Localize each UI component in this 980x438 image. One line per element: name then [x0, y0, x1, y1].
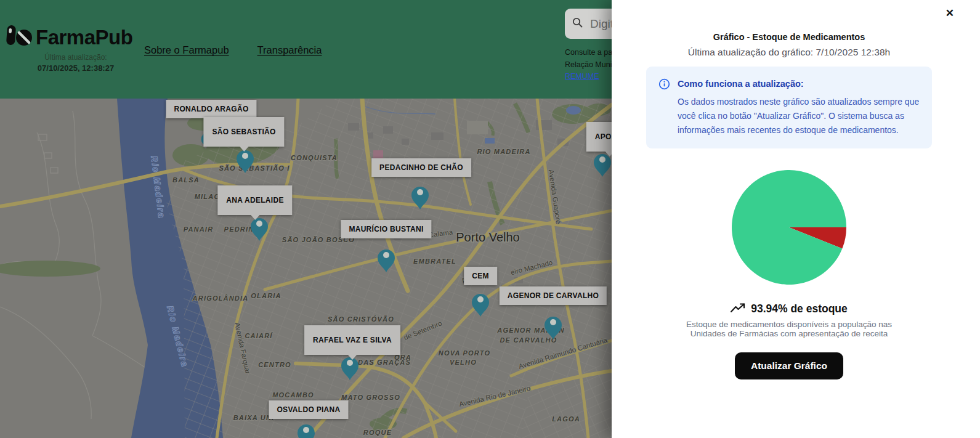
map-building-block [467, 121, 488, 134]
street-label: ARIGOLÂNDIA [192, 294, 249, 302]
street-label: CONQUISTA [291, 154, 338, 161]
main-nav: Sobre o Farmapub Transparência [144, 44, 322, 56]
info-body: Os dados mostrados neste gráfico são atu… [678, 95, 920, 137]
street-label: PANAIR [184, 225, 214, 233]
facility-pin[interactable] [341, 356, 359, 381]
street-label: SÃO CRISTÓVÃO [328, 315, 394, 323]
info-icon [658, 78, 670, 137]
label-pointer [239, 146, 249, 152]
info-box: Como funciona a atualização: Os dados mo… [646, 67, 932, 148]
facility-label[interactable]: OSVALDO PIANA [269, 400, 348, 419]
street-label: ROQUE [363, 429, 392, 436]
remume-note-line2: Relação Munic [565, 59, 617, 71]
facility-label[interactable]: PEDACINHO DE CHÃO [371, 158, 471, 177]
remume-note-line1: Consulte a pad [565, 47, 617, 59]
street-label: CAIARÍ [245, 332, 273, 339]
facility-label[interactable]: MAURÍCIO BUSTANI [341, 220, 431, 238]
close-icon[interactable]: ✕ [942, 7, 958, 19]
remume-link[interactable]: REMUME [565, 72, 599, 81]
nav-link-transparencia[interactable]: Transparência [257, 44, 322, 56]
street-label: NOVA PORTO [439, 349, 490, 357]
street-label: SÃO SEBASTIÃO I [219, 164, 290, 172]
facility-pin[interactable] [250, 217, 269, 241]
facility-pin[interactable] [593, 153, 612, 177]
farmapub-app: FarmaPub Última atualização: 07/10/2025,… [0, 0, 980, 438]
map-base: BALSAMILAGRPANAIRPEDRINCONQUISTASÃO SEBA… [0, 99, 612, 438]
facility-pin[interactable] [377, 248, 395, 273]
label-pointer [250, 214, 260, 220]
map-canvas[interactable]: BALSAMILAGRPANAIRPEDRINCONQUISTASÃO SEBA… [0, 99, 612, 438]
label-pointer [347, 354, 357, 360]
facility-label[interactable]: SÃO SEBASTIÃO [203, 117, 284, 147]
chart-drawer: ✕ Gráfico - Estoque de Medicamentos Últi… [612, 0, 980, 438]
facility-label[interactable]: ANA ADELAIDE [217, 185, 292, 215]
logo-block: FarmaPub Última atualização: 07/10/2025,… [5, 23, 147, 73]
drawer-title: Gráfico - Estoque de Medicamentos [612, 32, 966, 42]
street-label: BAIXA UNI [233, 414, 275, 421]
facility-pin[interactable] [297, 423, 315, 438]
street-label: OLARIA [251, 292, 281, 299]
stat-row: 93.94% de estoque [612, 302, 966, 315]
update-chart-button[interactable]: Atualizar Gráfico [735, 352, 843, 379]
facility-label[interactable]: RONALDO ARAGÃO [166, 100, 256, 118]
map-pink-building [373, 150, 383, 158]
city-label: Porto Velho [456, 230, 519, 244]
street-label: LAGOA [552, 415, 580, 423]
facility-pin[interactable] [544, 315, 562, 340]
last-update-label: Última atualização: [5, 53, 147, 62]
stock-percentage: 93.94% de estoque [751, 302, 848, 315]
remume-note: Consulte a pad Relação Munic REMUME [565, 47, 617, 83]
search-icon [572, 17, 583, 30]
pills-logo-icon [5, 23, 33, 52]
last-update-value: 07/10/2025, 12:38:27 [5, 63, 147, 73]
trending-up-icon [731, 303, 745, 315]
facility-label[interactable]: RAFAEL VAZ E SILVA [304, 325, 400, 355]
street-label: EMBRATEL [413, 258, 456, 265]
nav-link-sobre[interactable]: Sobre o Farmapub [144, 44, 229, 56]
facility-pin[interactable] [471, 293, 490, 317]
street-label: CENTRO [258, 361, 291, 368]
street-label: RIO MADEIRA [477, 148, 530, 155]
info-heading: Como funciona a atualização: [678, 79, 920, 89]
drawer-subtitle: Última atualização do gráfico: 7/10/2025… [612, 47, 966, 58]
facility-pin[interactable] [411, 185, 429, 210]
brand-title: FarmaPub [36, 26, 132, 49]
facility-label[interactable]: AGENOR DE CARVALHO [500, 286, 607, 305]
street-label: MOCAMBO [272, 391, 314, 399]
facility-pin[interactable] [236, 149, 254, 174]
street-label: MATO GROSSO [341, 394, 400, 401]
stock-description: Estoque de medicamentos disponíveis a po… [682, 320, 896, 338]
stock-pie-chart [727, 167, 851, 288]
street-label: VELHO [450, 359, 477, 366]
facility-label[interactable]: CEM [464, 267, 497, 285]
street-label: BALSA [172, 176, 200, 184]
